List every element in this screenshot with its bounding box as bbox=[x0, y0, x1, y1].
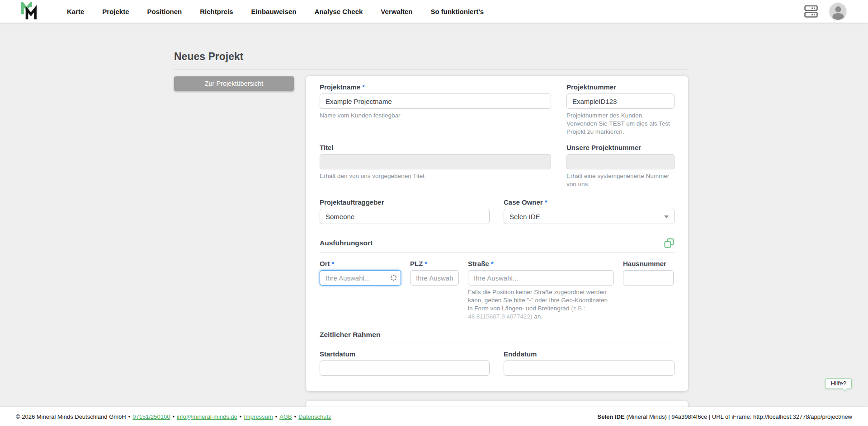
logo-icon bbox=[19, 2, 40, 21]
title-divider bbox=[174, 69, 689, 70]
field-ort: Ort* bbox=[320, 260, 401, 320]
field-plz: PLZ* bbox=[410, 260, 459, 320]
strasse-label: Straße* bbox=[468, 260, 614, 267]
field-titel: Titel Erhält den von uns vorgegebenen Ti… bbox=[320, 144, 551, 188]
case-owner-select[interactable]: Selen IDE bbox=[504, 209, 675, 224]
field-enddatum: Enddatum bbox=[504, 350, 675, 376]
unsere-projektnummer-label: Unsere Projektnummer bbox=[566, 144, 675, 151]
hausnummer-input[interactable] bbox=[623, 270, 674, 286]
nav-item-karte[interactable]: Karte bbox=[67, 8, 84, 15]
required-asterisk: * bbox=[425, 260, 427, 267]
plz-input[interactable] bbox=[410, 270, 459, 286]
mineral-minds-logo[interactable] bbox=[19, 2, 41, 20]
startdatum-input[interactable] bbox=[320, 360, 490, 376]
zeitlicher-rahmen-heading: Zeitlicher Rahmen bbox=[320, 331, 380, 339]
footer-link-agb[interactable]: AGB bbox=[279, 413, 292, 420]
zur-projektuebersicht-button[interactable]: Zur Projektübersicht bbox=[174, 76, 294, 91]
nav-item-so-funktionierts[interactable]: So funktioniert's bbox=[430, 8, 484, 15]
ausfuehrungsort-heading: Ausführungsort bbox=[320, 239, 373, 247]
field-projektname: Projektname* Name vom Kunden festlegbar bbox=[320, 83, 551, 136]
header-actions bbox=[804, 3, 846, 20]
section-divider bbox=[320, 253, 675, 253]
plz-label: PLZ* bbox=[410, 260, 459, 267]
strasse-input[interactable] bbox=[468, 270, 614, 286]
new-project-form-card: Projektname* Name vom Kunden festlegbar … bbox=[306, 76, 688, 391]
copyright-text: © 2026 Mineral Minds Deutschland GmbH bbox=[16, 413, 126, 420]
server-stack-icon[interactable] bbox=[804, 5, 818, 18]
projektname-label: Projektname* bbox=[320, 83, 551, 91]
nav-item-positionen[interactable]: Positionen bbox=[147, 8, 182, 15]
user-avatar[interactable] bbox=[830, 3, 846, 20]
hausnummer-label: Hausnummer bbox=[623, 260, 674, 267]
footer-left: © 2026 Mineral Minds Deutschland GmbH • … bbox=[16, 413, 331, 420]
required-asterisk: * bbox=[332, 260, 335, 267]
projektname-helper: Name vom Kunden festlegbar bbox=[320, 112, 551, 120]
titel-helper: Erhält den von uns vorgegebenen Titel. bbox=[320, 172, 551, 180]
titel-input bbox=[320, 154, 551, 169]
field-strasse: Straße* Falls die Position keiner Straße… bbox=[468, 260, 614, 320]
strasse-helper: Falls die Position keiner Straße zugeord… bbox=[468, 288, 614, 320]
footer-link-datenschutz[interactable]: Datenschutz bbox=[298, 413, 331, 420]
enddatum-label: Enddatum bbox=[504, 350, 675, 358]
page-footer: © 2026 Mineral Minds Deutschland GmbH • … bbox=[0, 407, 868, 426]
top-navbar: Karte Projekte Positionen Richtpreis Ein… bbox=[0, 0, 868, 23]
footer-link-email[interactable]: info@mineral-minds.de bbox=[177, 413, 237, 420]
startdatum-label: Startdatum bbox=[320, 350, 490, 358]
field-projektnummer: Projektnummer Projektnummer des Kunden. … bbox=[566, 83, 675, 136]
chevron-down-icon bbox=[664, 215, 669, 218]
projektname-input[interactable] bbox=[320, 94, 551, 109]
required-asterisk: * bbox=[545, 198, 547, 206]
main-navigation: Karte Projekte Positionen Richtpreis Ein… bbox=[67, 8, 484, 15]
ort-label: Ort* bbox=[320, 260, 401, 267]
section-divider bbox=[320, 343, 675, 343]
field-hausnummer: Hausnummer bbox=[623, 260, 674, 320]
page-title: Neues Projekt bbox=[174, 51, 689, 63]
nav-item-einbauweisen[interactable]: Einbauweisen bbox=[251, 8, 297, 15]
footer-link-phone[interactable]: 07151/250100 bbox=[132, 413, 170, 420]
case-owner-selected-value: Selen IDE bbox=[509, 213, 540, 220]
avatar-person-icon bbox=[835, 6, 841, 12]
loading-spinner-icon bbox=[391, 275, 396, 281]
unsere-projektnummer-input bbox=[566, 154, 675, 169]
titel-label: Titel bbox=[320, 144, 551, 151]
nav-item-projekte[interactable]: Projekte bbox=[102, 8, 129, 15]
enddatum-input[interactable] bbox=[504, 360, 675, 376]
case-owner-label: Case Owner* bbox=[504, 198, 675, 206]
field-projektauftraggeber: Projektauftraggeber bbox=[320, 198, 490, 224]
section-ausfuehrungsort: Ausführungsort bbox=[320, 238, 675, 253]
page-header: Neues Projekt bbox=[174, 51, 689, 70]
nav-item-richtpreis[interactable]: Richtpreis bbox=[200, 8, 233, 15]
unsere-projektnummer-helper: Erhält eine systemgenerierte Nummer von … bbox=[566, 172, 675, 188]
projektnummer-helper: Projektnummer des Kunden. Verwenden Sie … bbox=[566, 112, 675, 136]
copy-icon[interactable] bbox=[664, 238, 675, 248]
field-unsere-projektnummer: Unsere Projektnummer Erhält eine systemg… bbox=[566, 144, 675, 188]
footer-user-name: Selen IDE bbox=[598, 413, 625, 420]
required-asterisk: * bbox=[362, 83, 365, 91]
section-zeitlicher-rahmen: Zeitlicher Rahmen bbox=[320, 331, 675, 343]
nav-item-analyse-check[interactable]: Analyse Check bbox=[315, 8, 363, 15]
projektnummer-input[interactable] bbox=[566, 94, 675, 109]
required-asterisk: * bbox=[491, 260, 494, 267]
footer-session-info: Selen IDE (Mineral Minds) | 94a398f4f6ce… bbox=[598, 413, 852, 420]
projektauftraggeber-label: Projektauftraggeber bbox=[320, 198, 490, 206]
footer-session-details: (Mineral Minds) | 94a398f4f6ce | URL of … bbox=[625, 413, 852, 420]
projektauftraggeber-input[interactable] bbox=[320, 209, 490, 224]
projektnummer-label: Projektnummer bbox=[566, 83, 675, 91]
nav-item-verwalten[interactable]: Verwalten bbox=[381, 8, 412, 15]
footer-link-impressum[interactable]: Impressum bbox=[244, 413, 273, 420]
field-startdatum: Startdatum bbox=[320, 350, 490, 376]
ort-input[interactable] bbox=[320, 270, 401, 286]
help-bubble[interactable]: Hilfe? bbox=[825, 378, 852, 389]
field-case-owner: Case Owner* Selen IDE bbox=[504, 198, 675, 224]
